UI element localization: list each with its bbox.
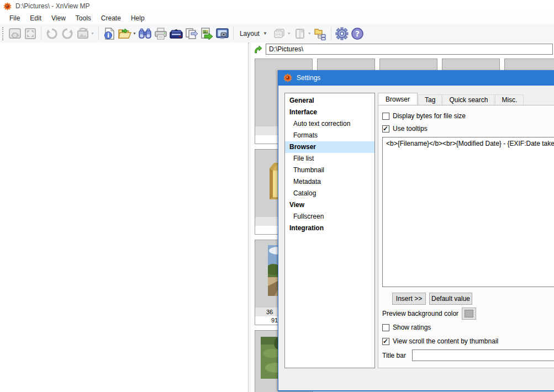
- slideshow-dropdown-caret[interactable]: ▼: [287, 31, 291, 35]
- go-up-button[interactable]: [251, 44, 263, 55]
- category-metadata[interactable]: Metadata: [285, 176, 374, 188]
- settings-dialog-title: Settings: [297, 74, 320, 82]
- search-button[interactable]: [138, 26, 153, 41]
- layout-dropdown-caret: ▼: [263, 31, 267, 36]
- viewer-button[interactable]: [7, 26, 23, 41]
- toolbar: ▼ ▼: [0, 24, 554, 43]
- export-image-icon: [200, 27, 214, 40]
- copy-pages-icon: [184, 27, 198, 40]
- layout-dropdown[interactable]: Layout ▼: [236, 28, 272, 40]
- toolbar-separator: [331, 27, 331, 40]
- export-button[interactable]: [199, 26, 215, 41]
- svg-text:?: ?: [355, 29, 360, 38]
- category-interface[interactable]: Interface: [285, 107, 374, 118]
- app-logo-icon: [3, 2, 12, 10]
- properties-button[interactable]: [102, 26, 117, 41]
- use-tooltips-row: Use tooltips: [382, 125, 428, 133]
- open-folder-icon: [118, 27, 131, 40]
- screen-capture-icon: [215, 27, 229, 40]
- menu-tools[interactable]: Tools: [71, 13, 96, 24]
- category-file-list[interactable]: File list: [285, 153, 374, 165]
- preview-background-color-label: Preview background color: [382, 310, 458, 317]
- photo1-name-text: 91: [255, 316, 278, 325]
- path-input[interactable]: [266, 44, 553, 55]
- category-browser[interactable]: Browser: [285, 141, 374, 153]
- browser-tab-pane: Display bytes for file size Use tooltips…: [378, 105, 554, 368]
- settings-button[interactable]: [334, 26, 350, 41]
- preview-background-color-button[interactable]: [462, 308, 476, 320]
- menu-file[interactable]: File: [4, 13, 25, 24]
- menu-view[interactable]: View: [46, 13, 71, 24]
- preview-background-color-row: Preview background color: [382, 308, 476, 320]
- up-arrow-icon: [253, 45, 262, 54]
- address-bar: [251, 43, 554, 55]
- default-value-button[interactable]: Default value: [429, 293, 472, 305]
- category-auto-text-correction[interactable]: Auto text correction: [285, 118, 374, 130]
- toolbar-separator: [233, 27, 234, 40]
- rotate-any-icon: [76, 27, 89, 40]
- printer-icon: [154, 27, 167, 40]
- screen-capture-button[interactable]: [215, 26, 230, 41]
- menu-create[interactable]: Create: [96, 13, 126, 24]
- view-scroll-row: View scroll the content by thumbnail: [382, 337, 498, 345]
- toolbar-separator: [41, 27, 41, 40]
- print-button[interactable]: [153, 26, 168, 41]
- show-ratings-checkbox[interactable]: [382, 324, 389, 331]
- rotate-any-dropdown-caret[interactable]: ▼: [91, 31, 94, 35]
- layout-label: Layout: [240, 30, 260, 38]
- bookmarks-button[interactable]: [292, 26, 308, 41]
- photo1-info-text: 36: [255, 308, 273, 316]
- view-scroll-checkbox[interactable]: [382, 338, 389, 345]
- folder-tree-button[interactable]: [313, 26, 328, 41]
- menu-bar: File Edit View Tools Create Help: [0, 12, 554, 24]
- display-bytes-label: Display bytes for file size: [393, 112, 466, 120]
- settings-category-list: General Interface Auto text correction F…: [284, 93, 375, 368]
- tooltip-template-editor[interactable]: <b>{Filename}</b><br>{Modified Date} - {…: [382, 137, 554, 287]
- help-button[interactable]: ?: [350, 26, 365, 41]
- rotate-left-icon: [45, 27, 59, 40]
- show-ratings-row: Show ratings: [382, 324, 431, 331]
- open-folder-button[interactable]: [117, 26, 133, 41]
- category-formats[interactable]: Formats: [285, 130, 374, 141]
- folder-tree-icon: [314, 27, 327, 40]
- settings-dialog-titlebar[interactable]: Settings: [278, 70, 554, 86]
- slideshow-icon: [273, 28, 286, 40]
- tab-quick-search[interactable]: Quick search: [442, 94, 494, 105]
- menu-edit[interactable]: Edit: [25, 13, 46, 24]
- use-tooltips-checkbox[interactable]: [382, 125, 389, 133]
- tab-tag[interactable]: Tag: [418, 94, 442, 105]
- display-bytes-checkbox[interactable]: [382, 113, 389, 120]
- open-folder-dropdown-caret[interactable]: ▼: [133, 31, 136, 35]
- acquire-scan-button[interactable]: [168, 26, 184, 41]
- category-catalog[interactable]: Catalog: [285, 188, 374, 199]
- category-general[interactable]: General: [285, 95, 374, 107]
- settings-dialog-logo-icon: [283, 73, 292, 82]
- toolbar-grip[interactable]: [2, 27, 6, 40]
- bookmarks-dropdown-caret[interactable]: ▼: [308, 31, 312, 35]
- slideshow-button[interactable]: [272, 26, 287, 41]
- title-bar-label: Title bar: [382, 352, 406, 359]
- show-ratings-label: Show ratings: [393, 324, 431, 331]
- info-icon: [103, 27, 116, 40]
- rotate-left-button[interactable]: [44, 26, 60, 41]
- binoculars-icon: [138, 27, 152, 40]
- bookmark-icon: [294, 28, 306, 40]
- copy-to-button[interactable]: [184, 26, 199, 41]
- scanner-icon: [169, 27, 183, 40]
- category-fullscreen[interactable]: Fullscreen: [285, 211, 374, 223]
- category-thumbnail[interactable]: Thumbnail: [285, 165, 374, 176]
- rotate-any-button[interactable]: [75, 26, 91, 41]
- use-tooltips-label: Use tooltips: [393, 125, 428, 133]
- title-bar-input[interactable]: [412, 349, 554, 361]
- fullscreen-button[interactable]: [23, 26, 38, 41]
- insert-button[interactable]: Insert >>: [392, 293, 426, 305]
- fullscreen-icon: [24, 27, 37, 40]
- category-integration[interactable]: Integration: [285, 223, 374, 234]
- rotate-right-button[interactable]: [60, 26, 75, 41]
- category-view[interactable]: View: [285, 199, 374, 211]
- tab-browser[interactable]: Browser: [378, 93, 418, 105]
- menu-help[interactable]: Help: [126, 13, 150, 24]
- tab-misc[interactable]: Misc.: [495, 94, 524, 105]
- settings-dialog-body: General Interface Auto text correction F…: [278, 86, 554, 390]
- view-scroll-label: View scroll the content by thumbnail: [393, 337, 498, 345]
